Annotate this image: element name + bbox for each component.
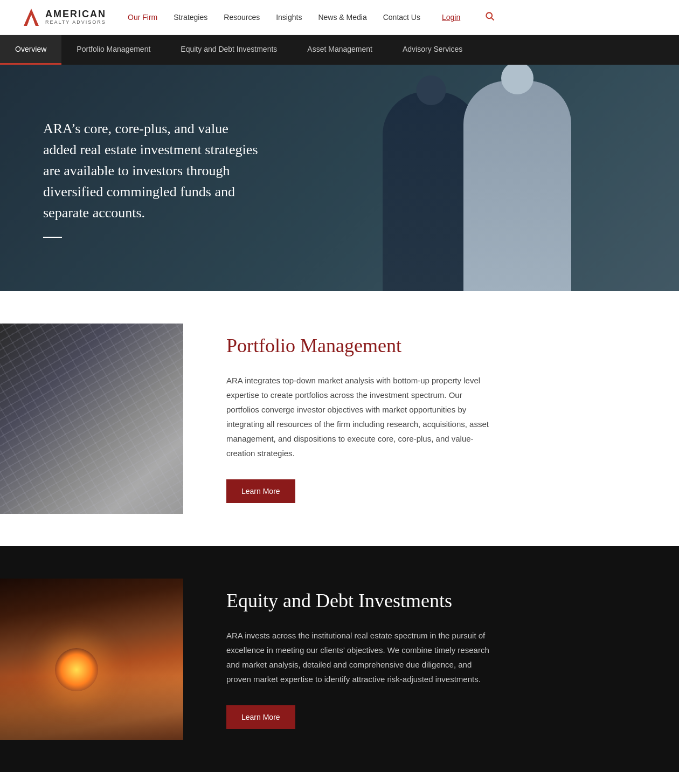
logo-icon	[22, 8, 41, 27]
portfolio-management-learn-more[interactable]: Learn More	[226, 479, 295, 503]
hero-divider	[43, 237, 62, 238]
subnav-portfolio-management[interactable]: Portfolio Management	[61, 35, 165, 65]
nav-strategies[interactable]: Strategies	[174, 13, 207, 22]
search-icon	[484, 11, 495, 22]
hero-content: ARA’s core, core-plus, and value added r…	[0, 118, 302, 238]
hero-figures	[302, 65, 652, 291]
portfolio-management-content: Portfolio Management ARA integrates top-…	[183, 324, 679, 514]
main-nav: Our Firm Strategies Resources Insights N…	[128, 11, 657, 24]
subnav-asset-management[interactable]: Asset Management	[292, 35, 387, 65]
hero-section: ARA’s core, core-plus, and value added r…	[0, 65, 679, 291]
subnav-overview[interactable]: Overview	[0, 35, 61, 65]
equity-debt-section: Equity and Debt Investments ARA invests …	[0, 546, 679, 772]
portfolio-management-section: Portfolio Management ARA integrates top-…	[0, 291, 679, 546]
header: AMERICAN REALTY ADVISORS Our Firm Strate…	[0, 0, 679, 35]
logo-subtitle: REALTY ADVISORS	[45, 19, 106, 26]
nav-resources[interactable]: Resources	[224, 13, 260, 22]
svg-line-3	[491, 18, 494, 20]
equity-debt-body: ARA invests across the institutional rea…	[226, 628, 496, 686]
portfolio-management-body: ARA integrates top-down market analysis …	[226, 373, 496, 460]
search-button[interactable]	[484, 11, 495, 24]
portfolio-management-image	[0, 324, 183, 514]
subnav: Overview Portfolio Management Equity and…	[0, 35, 679, 65]
logo-name: AMERICAN	[45, 9, 106, 19]
hero-text: ARA’s core, core-plus, and value added r…	[43, 118, 259, 223]
svg-point-2	[487, 12, 493, 18]
nav-news-media[interactable]: News & Media	[318, 13, 366, 22]
subnav-equity-debt[interactable]: Equity and Debt Investments	[165, 35, 292, 65]
subnav-advisory-services[interactable]: Advisory Services	[387, 35, 477, 65]
equity-debt-image	[0, 579, 183, 740]
portfolio-management-title: Portfolio Management	[226, 334, 636, 357]
equity-debt-content: Equity and Debt Investments ARA invests …	[183, 579, 679, 740]
equity-debt-title: Equity and Debt Investments	[226, 589, 636, 612]
nav-our-firm[interactable]: Our Firm	[128, 13, 157, 22]
nav-login[interactable]: Login	[442, 13, 460, 22]
equity-debt-learn-more[interactable]: Learn More	[226, 705, 295, 729]
logo[interactable]: AMERICAN REALTY ADVISORS	[22, 8, 106, 27]
nav-insights[interactable]: Insights	[276, 13, 302, 22]
nav-contact-us[interactable]: Contact Us	[383, 13, 420, 22]
figure-right	[463, 81, 571, 291]
